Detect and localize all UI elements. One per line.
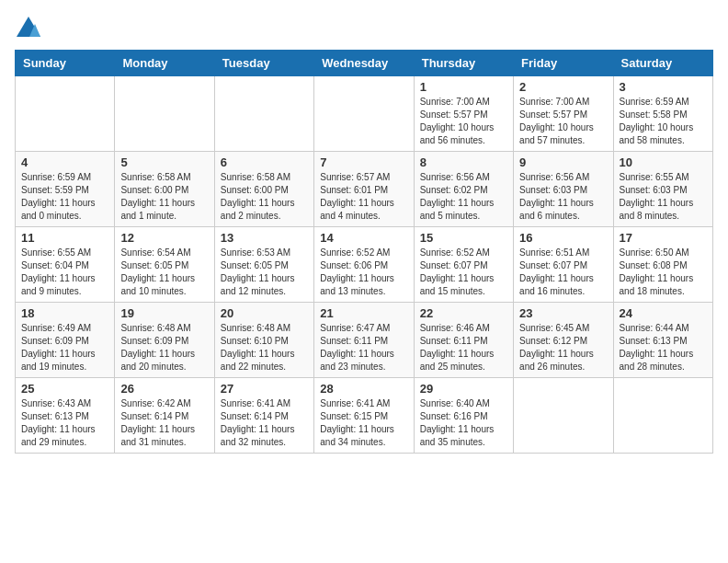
day-number: 5 bbox=[120, 155, 208, 169]
day-number: 6 bbox=[221, 155, 308, 169]
day-info: Sunrise: 6:55 AM Sunset: 6:03 PM Dayligh… bbox=[620, 171, 707, 223]
day-info: Sunrise: 6:57 AM Sunset: 6:01 PM Dayligh… bbox=[320, 171, 407, 223]
weekday-header-saturday: Saturday bbox=[613, 51, 712, 76]
day-info: Sunrise: 6:49 AM Sunset: 6:09 PM Dayligh… bbox=[21, 322, 108, 373]
day-number: 14 bbox=[320, 231, 407, 245]
day-info: Sunrise: 6:58 AM Sunset: 6:00 PM Dayligh… bbox=[221, 171, 308, 223]
day-info: Sunrise: 6:48 AM Sunset: 6:10 PM Dayligh… bbox=[221, 322, 308, 373]
calendar-cell bbox=[314, 76, 414, 152]
day-info: Sunrise: 6:52 AM Sunset: 6:07 PM Dayligh… bbox=[420, 247, 507, 298]
day-number: 17 bbox=[620, 231, 707, 245]
calendar-cell bbox=[115, 76, 214, 152]
day-number: 11 bbox=[21, 231, 108, 245]
calendar-cell: 11Sunrise: 6:55 AM Sunset: 6:04 PM Dayli… bbox=[16, 227, 115, 303]
day-number: 15 bbox=[420, 231, 507, 245]
calendar-cell: 6Sunrise: 6:58 AM Sunset: 6:00 PM Daylig… bbox=[214, 152, 313, 227]
calendar-row-2: 4Sunrise: 6:59 AM Sunset: 5:59 PM Daylig… bbox=[16, 152, 713, 227]
calendar-cell: 5Sunrise: 6:58 AM Sunset: 6:00 PM Daylig… bbox=[115, 152, 214, 227]
calendar-cell: 1Sunrise: 7:00 AM Sunset: 5:57 PM Daylig… bbox=[414, 76, 513, 152]
calendar-cell: 17Sunrise: 6:50 AM Sunset: 6:08 PM Dayli… bbox=[613, 227, 712, 303]
page-header bbox=[15, 15, 713, 42]
day-number: 23 bbox=[519, 306, 607, 320]
calendar: SundayMondayTuesdayWednesdayThursdayFrid… bbox=[15, 50, 713, 454]
calendar-cell: 2Sunrise: 7:00 AM Sunset: 5:57 PM Daylig… bbox=[514, 76, 613, 152]
day-info: Sunrise: 6:58 AM Sunset: 6:00 PM Dayligh… bbox=[120, 171, 208, 223]
calendar-cell: 20Sunrise: 6:48 AM Sunset: 6:10 PM Dayli… bbox=[214, 303, 313, 378]
calendar-cell: 15Sunrise: 6:52 AM Sunset: 6:07 PM Dayli… bbox=[414, 227, 513, 303]
day-info: Sunrise: 6:50 AM Sunset: 6:08 PM Dayligh… bbox=[620, 247, 707, 298]
day-number: 18 bbox=[21, 306, 108, 320]
calendar-cell: 12Sunrise: 6:54 AM Sunset: 6:05 PM Dayli… bbox=[115, 227, 214, 303]
day-number: 28 bbox=[320, 382, 407, 396]
day-info: Sunrise: 6:54 AM Sunset: 6:05 PM Dayligh… bbox=[120, 247, 208, 298]
calendar-cell: 7Sunrise: 6:57 AM Sunset: 6:01 PM Daylig… bbox=[314, 152, 414, 227]
day-info: Sunrise: 6:43 AM Sunset: 6:13 PM Dayligh… bbox=[21, 397, 108, 449]
day-number: 1 bbox=[420, 80, 507, 94]
day-info: Sunrise: 6:41 AM Sunset: 6:14 PM Dayligh… bbox=[221, 397, 308, 449]
day-number: 8 bbox=[420, 155, 507, 169]
calendar-cell: 21Sunrise: 6:47 AM Sunset: 6:11 PM Dayli… bbox=[314, 303, 414, 378]
day-number: 24 bbox=[620, 306, 707, 320]
calendar-row-5: 25Sunrise: 6:43 AM Sunset: 6:13 PM Dayli… bbox=[16, 378, 713, 454]
day-info: Sunrise: 6:56 AM Sunset: 6:03 PM Dayligh… bbox=[519, 171, 607, 223]
day-info: Sunrise: 7:00 AM Sunset: 5:57 PM Dayligh… bbox=[519, 96, 607, 147]
calendar-cell: 3Sunrise: 6:59 AM Sunset: 5:58 PM Daylig… bbox=[613, 76, 712, 152]
day-number: 12 bbox=[120, 231, 208, 245]
day-number: 16 bbox=[519, 231, 607, 245]
day-info: Sunrise: 6:44 AM Sunset: 6:13 PM Dayligh… bbox=[620, 322, 707, 373]
logo-icon bbox=[15, 15, 42, 42]
weekday-header-sunday: Sunday bbox=[16, 51, 115, 76]
day-info: Sunrise: 6:51 AM Sunset: 6:07 PM Dayligh… bbox=[519, 247, 607, 298]
day-info: Sunrise: 6:46 AM Sunset: 6:11 PM Dayligh… bbox=[420, 322, 507, 373]
calendar-cell: 25Sunrise: 6:43 AM Sunset: 6:13 PM Dayli… bbox=[16, 378, 115, 454]
day-info: Sunrise: 7:00 AM Sunset: 5:57 PM Dayligh… bbox=[420, 96, 507, 147]
calendar-cell: 24Sunrise: 6:44 AM Sunset: 6:13 PM Dayli… bbox=[613, 303, 712, 378]
calendar-cell: 14Sunrise: 6:52 AM Sunset: 6:06 PM Dayli… bbox=[314, 227, 414, 303]
day-info: Sunrise: 6:55 AM Sunset: 6:04 PM Dayligh… bbox=[21, 247, 108, 298]
day-info: Sunrise: 6:48 AM Sunset: 6:09 PM Dayligh… bbox=[120, 322, 208, 373]
day-number: 4 bbox=[21, 155, 108, 169]
day-number: 10 bbox=[620, 155, 707, 169]
day-info: Sunrise: 6:41 AM Sunset: 6:15 PM Dayligh… bbox=[320, 397, 407, 449]
calendar-row-4: 18Sunrise: 6:49 AM Sunset: 6:09 PM Dayli… bbox=[16, 303, 713, 378]
calendar-cell: 16Sunrise: 6:51 AM Sunset: 6:07 PM Dayli… bbox=[514, 227, 613, 303]
calendar-cell: 10Sunrise: 6:55 AM Sunset: 6:03 PM Dayli… bbox=[613, 152, 712, 227]
weekday-header-thursday: Thursday bbox=[414, 51, 513, 76]
day-info: Sunrise: 6:40 AM Sunset: 6:16 PM Dayligh… bbox=[420, 397, 507, 449]
calendar-row-1: 1Sunrise: 7:00 AM Sunset: 5:57 PM Daylig… bbox=[16, 76, 713, 152]
calendar-cell: 28Sunrise: 6:41 AM Sunset: 6:15 PM Dayli… bbox=[314, 378, 414, 454]
calendar-cell: 23Sunrise: 6:45 AM Sunset: 6:12 PM Dayli… bbox=[514, 303, 613, 378]
day-number: 13 bbox=[221, 231, 308, 245]
day-number: 26 bbox=[120, 382, 208, 396]
day-info: Sunrise: 6:59 AM Sunset: 5:58 PM Dayligh… bbox=[620, 96, 707, 147]
calendar-cell: 19Sunrise: 6:48 AM Sunset: 6:09 PM Dayli… bbox=[115, 303, 214, 378]
calendar-cell: 26Sunrise: 6:42 AM Sunset: 6:14 PM Dayli… bbox=[115, 378, 214, 454]
day-number: 20 bbox=[221, 306, 308, 320]
day-info: Sunrise: 6:45 AM Sunset: 6:12 PM Dayligh… bbox=[519, 322, 607, 373]
day-info: Sunrise: 6:56 AM Sunset: 6:02 PM Dayligh… bbox=[420, 171, 507, 223]
calendar-cell: 9Sunrise: 6:56 AM Sunset: 6:03 PM Daylig… bbox=[514, 152, 613, 227]
calendar-cell: 4Sunrise: 6:59 AM Sunset: 5:59 PM Daylig… bbox=[16, 152, 115, 227]
day-number: 9 bbox=[519, 155, 607, 169]
day-number: 3 bbox=[620, 80, 707, 94]
day-number: 19 bbox=[120, 306, 208, 320]
day-info: Sunrise: 6:59 AM Sunset: 5:59 PM Dayligh… bbox=[21, 171, 108, 223]
logo bbox=[15, 15, 44, 42]
calendar-cell bbox=[16, 76, 115, 152]
calendar-row-3: 11Sunrise: 6:55 AM Sunset: 6:04 PM Dayli… bbox=[16, 227, 713, 303]
calendar-cell bbox=[514, 378, 613, 454]
day-info: Sunrise: 6:53 AM Sunset: 6:05 PM Dayligh… bbox=[221, 247, 308, 298]
day-info: Sunrise: 6:47 AM Sunset: 6:11 PM Dayligh… bbox=[320, 322, 407, 373]
day-number: 7 bbox=[320, 155, 407, 169]
calendar-cell: 27Sunrise: 6:41 AM Sunset: 6:14 PM Dayli… bbox=[214, 378, 313, 454]
day-info: Sunrise: 6:42 AM Sunset: 6:14 PM Dayligh… bbox=[120, 397, 208, 449]
day-number: 25 bbox=[21, 382, 108, 396]
day-number: 2 bbox=[519, 80, 607, 94]
day-number: 22 bbox=[420, 306, 507, 320]
calendar-cell: 8Sunrise: 6:56 AM Sunset: 6:02 PM Daylig… bbox=[414, 152, 513, 227]
calendar-cell: 18Sunrise: 6:49 AM Sunset: 6:09 PM Dayli… bbox=[16, 303, 115, 378]
weekday-header-monday: Monday bbox=[115, 51, 214, 76]
calendar-cell: 13Sunrise: 6:53 AM Sunset: 6:05 PM Dayli… bbox=[214, 227, 313, 303]
weekday-header-tuesday: Tuesday bbox=[214, 51, 313, 76]
calendar-cell: 29Sunrise: 6:40 AM Sunset: 6:16 PM Dayli… bbox=[414, 378, 513, 454]
